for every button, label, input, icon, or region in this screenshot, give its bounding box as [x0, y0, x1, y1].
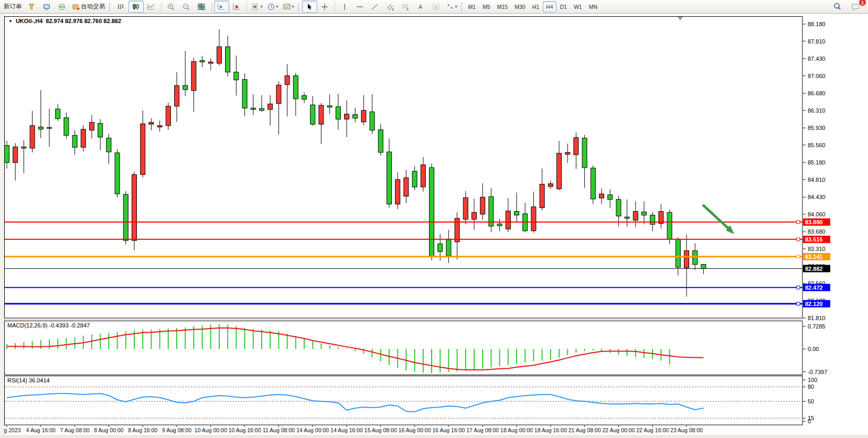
terminal-button[interactable] [39, 1, 55, 13]
candle-body [200, 61, 205, 62]
chart-shift-button[interactable] [229, 1, 244, 13]
templates-button[interactable]: ▾ [281, 1, 296, 13]
candle-body [574, 138, 578, 155]
timeframe-button-m15[interactable]: M15 [494, 1, 511, 12]
zoom-in-button[interactable] [164, 1, 179, 13]
line-drag-marker[interactable] [797, 255, 800, 258]
auto-trading-label: 自动交易 [81, 3, 105, 10]
text-label-icon: T [432, 3, 440, 11]
candle-body [319, 105, 324, 124]
candle-body [395, 180, 400, 204]
line-drag-marker[interactable] [797, 221, 800, 224]
candlestick-chart-button[interactable] [128, 1, 144, 13]
chart-shift-icon [232, 3, 241, 11]
price-tick-label: 84.430 [808, 194, 826, 200]
candle-body [582, 138, 587, 168]
vertical-line-tool-button[interactable] [337, 1, 352, 13]
rsi-pane-svg[interactable]: RSI(14) 36.0414 [4, 376, 803, 425]
indicators-icon [251, 3, 260, 11]
text-label-tool-button[interactable]: T [428, 1, 444, 13]
timeframe-button-mn[interactable]: MN [586, 1, 601, 12]
date-label: 22 Aug 00:00 [602, 427, 635, 433]
pane-splitter[interactable] [4, 319, 803, 320]
candle-body [438, 244, 443, 251]
date-axis-svg[interactable]: 4 Aug 20234 Aug 16:007 Aug 08:008 Aug 00… [4, 425, 803, 435]
signal-icon [58, 3, 66, 11]
indicators-button[interactable]: ▾ [249, 1, 265, 13]
candle-body [633, 212, 638, 221]
crosshair-tool-button[interactable] [317, 1, 333, 13]
text-tool-button[interactable]: A [413, 1, 428, 13]
collapse-triangle-icon[interactable]: ▼ [8, 19, 13, 24]
date-label: 17 Aug 08:00 [466, 427, 499, 433]
timeframe-button-m30[interactable]: M30 [511, 1, 528, 12]
candle-body [208, 62, 213, 63]
new-order-button[interactable]: 新订单 [2, 1, 24, 13]
horizontal-line-tool-button[interactable] [352, 1, 368, 13]
toolbar-grip [461, 3, 464, 11]
date-label: 16 Aug 00:00 [399, 427, 431, 433]
rsi-tick-label: 0 [808, 418, 811, 424]
timeframe-button-m1[interactable]: M1 [465, 1, 479, 12]
main-chart-svg[interactable] [4, 16, 803, 319]
candle-body [302, 96, 307, 100]
template-image-icon [283, 3, 291, 11]
fibonacci-tool-button[interactable]: F [398, 1, 413, 13]
line-drag-marker[interactable] [797, 302, 800, 305]
timeframe-button-m5[interactable]: M5 [479, 1, 494, 12]
price-axis-svg[interactable]: 88.18087.81087.43087.06086.68086.31085.9… [803, 16, 868, 435]
tile-windows-button[interactable] [194, 1, 209, 13]
chevron-down-icon: ▾ [276, 5, 278, 9]
toolbar-separator [335, 2, 335, 12]
auto-scroll-button[interactable] [214, 1, 229, 13]
horizontal-line-icon [356, 3, 364, 11]
arrows-icon [446, 3, 454, 11]
trendline-tool-button[interactable] [368, 1, 383, 13]
cursor-icon [305, 3, 314, 11]
vertical-line-icon [340, 3, 349, 11]
line-drag-marker[interactable] [797, 286, 800, 289]
cursor-tool-button[interactable] [302, 1, 317, 13]
price-tick-label: 84.810 [808, 177, 826, 183]
date-label: 7 Aug 08:00 [60, 427, 90, 433]
rsi-tick-label: 80 [808, 384, 814, 390]
signal-button[interactable] [55, 1, 70, 13]
arrows-tool-button[interactable]: ▾ [444, 1, 459, 13]
search-button[interactable] [830, 1, 845, 13]
candle-body [157, 126, 162, 127]
line-chart-button[interactable] [144, 1, 159, 13]
candle-body [565, 152, 570, 155]
notifications-button[interactable]: 1 [848, 1, 863, 13]
macd-pane-svg[interactable]: MACD(12,26,9) -0.4393 -0.2847 [4, 321, 803, 375]
funnel-button[interactable] [24, 1, 39, 13]
candle-body [30, 126, 35, 148]
zoom-out-button[interactable] [179, 1, 194, 13]
candle-body [13, 147, 18, 162]
date-label: 18 Aug 00:00 [500, 427, 533, 433]
timeframe-button-d1[interactable]: D1 [557, 1, 570, 12]
candle-body [515, 212, 519, 215]
periods-button[interactable]: ▾ [265, 1, 281, 13]
line-drag-marker[interactable] [797, 238, 800, 241]
candle-body [353, 115, 358, 118]
date-label: 18 Aug 16:00 [534, 427, 567, 433]
candle-body [345, 114, 349, 119]
price-tick-label: 83.680 [808, 228, 826, 235]
candle-body [676, 239, 680, 267]
crosshair-icon [320, 3, 329, 11]
candle-body [625, 217, 629, 218]
candle-body [446, 239, 451, 256]
candle-body [293, 76, 298, 99]
bar-chart-icon [116, 3, 125, 11]
price-line-badge-label: 82.882 [805, 266, 823, 272]
timeframe-button-w1[interactable]: W1 [571, 1, 585, 12]
timeframe-button-h4[interactable]: H4 [543, 1, 556, 12]
auto-trading-button[interactable]: 自动交易 [70, 1, 108, 13]
timeframe-button-h1[interactable]: H1 [529, 1, 542, 12]
toolbar-separator [211, 2, 212, 12]
svg-text:A: A [419, 4, 423, 10]
bar-chart-button[interactable] [113, 1, 128, 13]
candle-body [183, 85, 188, 90]
date-label: 14 Aug 16:00 [330, 427, 363, 433]
channel-tool-button[interactable]: E [383, 1, 398, 13]
